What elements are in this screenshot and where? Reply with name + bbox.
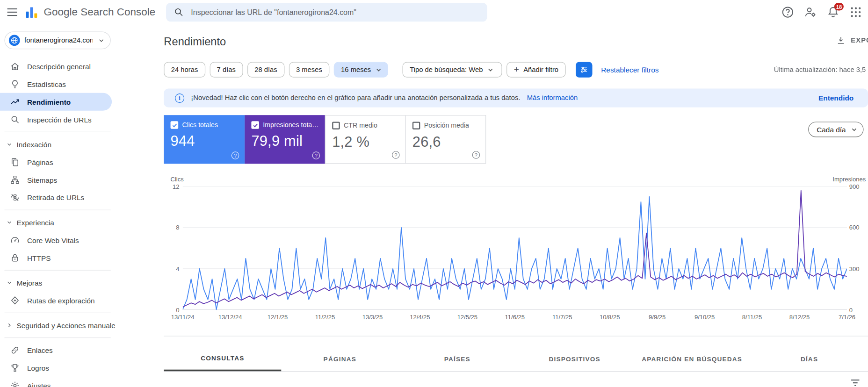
- date-chip-28d[interactable]: 28 días: [247, 62, 284, 78]
- metric-card-clics[interactable]: Clics totales 944 ?: [164, 115, 245, 164]
- sitemap-icon: [10, 175, 20, 185]
- property-selector[interactable]: fontanerogirona24.com: [4, 31, 110, 49]
- date-chip-16m[interactable]: 16 meses: [334, 62, 388, 78]
- sidebar-item-https[interactable]: HTTPS: [0, 249, 115, 267]
- metric-value: 79,9 mil: [251, 133, 318, 150]
- checkbox-empty-icon[interactable]: [412, 122, 420, 129]
- chevron-right-icon: [6, 322, 13, 329]
- x-axis-labels: 13/11/2413/12/2412/1/2511/2/2513/3/2512/…: [183, 314, 847, 322]
- metrics-row: Clics totales 944 ? Impresiones totales …: [164, 115, 868, 164]
- chevron-down-icon: [486, 65, 495, 74]
- topbar-icons: 18: [781, 0, 862, 24]
- checkbox-empty-icon[interactable]: [332, 122, 340, 129]
- date-chip-24h[interactable]: 24 horas: [164, 62, 205, 78]
- metric-card-impresiones[interactable]: Impresiones totales 79,9 mil ?: [245, 115, 326, 164]
- help-icon[interactable]: [781, 6, 794, 19]
- menu-icon[interactable]: [1, 1, 23, 23]
- plus-icon: +: [514, 65, 519, 74]
- performance-chart: Clics Impresiones 04812 0300600900 13/11…: [164, 176, 868, 322]
- notification-badge: 18: [834, 3, 844, 11]
- metric-card-posicion[interactable]: Posición media 26,6 ?: [405, 115, 486, 164]
- chevron-down-icon: [6, 141, 13, 148]
- y-axis-left-ticks: 04812: [165, 186, 180, 310]
- left-axis-title: Clics: [171, 176, 184, 184]
- metric-card-ctr[interactable]: CTR medio 1,2 % ?: [325, 115, 406, 164]
- url-inspection-searchbar[interactable]: [166, 3, 487, 22]
- sidebar-item-sitemaps[interactable]: Sitemaps: [0, 171, 115, 189]
- app-title: Google Search Console: [44, 6, 156, 18]
- divider: [4, 337, 110, 338]
- sidebar-item-estadisticas[interactable]: Estadísticas: [0, 75, 115, 93]
- checkbox-checked-icon[interactable]: [171, 121, 179, 129]
- download-icon: [836, 36, 846, 45]
- search-console-app: Google Search Console 18: [0, 0, 868, 387]
- lightbulb-icon: [10, 79, 20, 89]
- sidebar-section-mejoras[interactable]: Mejoras: [0, 274, 115, 292]
- help-icon[interactable]: ?: [392, 151, 400, 159]
- metric-value: 1,2 %: [332, 133, 398, 150]
- sidebar-item-logros[interactable]: Logros: [0, 359, 115, 377]
- search-input[interactable]: [190, 7, 479, 17]
- diamond-route-icon: [10, 295, 20, 305]
- help-icon[interactable]: ?: [312, 151, 320, 159]
- help-icon[interactable]: ?: [231, 151, 239, 159]
- topbar: Google Search Console 18: [0, 0, 868, 24]
- chart-svg: [183, 186, 847, 310]
- filter-list-icon[interactable]: [849, 377, 861, 387]
- sidebar-item-inspeccion-urls[interactable]: Inspección de URLs: [0, 111, 115, 129]
- apps-grid-icon[interactable]: [849, 6, 862, 19]
- divider: [4, 132, 110, 132]
- chevron-down-icon: [374, 65, 383, 74]
- search-type-chip[interactable]: Tipo de búsqueda: Web: [403, 62, 502, 78]
- add-filter-chip[interactable]: + Añadir filtro: [506, 62, 565, 78]
- tab-dispositivos[interactable]: DISPOSITIVOS: [516, 346, 633, 371]
- sidebar-section-experiencia[interactable]: Experiencia: [0, 214, 115, 231]
- sidebar-section-seguridad[interactable]: Seguridad y Acciones manuales: [0, 316, 115, 334]
- dismiss-button[interactable]: Entendido: [815, 93, 857, 102]
- page-title: Rendimiento: [164, 24, 868, 48]
- sidebar-nav: Descripción general Estadísticas Rendimi…: [0, 57, 115, 387]
- metric-value: 26,6: [412, 133, 479, 150]
- tab-aparicion-busquedas[interactable]: APARICIÓN EN BÚSQUEDAS: [633, 346, 751, 371]
- tab-paises[interactable]: PAÍSES: [398, 346, 516, 371]
- tab-dias[interactable]: DÍAS: [751, 346, 868, 371]
- sidebar-item-rutas-exploracion[interactable]: Rutas de exploración: [0, 292, 115, 309]
- sidebar-item-paginas[interactable]: Páginas: [0, 153, 115, 171]
- date-chip-3m[interactable]: 3 meses: [289, 62, 330, 78]
- sidebar-item-retirada-urls[interactable]: Retirada de URLs: [0, 189, 115, 207]
- chevron-down-icon: [850, 125, 859, 134]
- export-button[interactable]: EXPORTAR: [832, 35, 868, 46]
- sidebar-section-indexacion[interactable]: Indexación: [0, 136, 115, 153]
- trending-icon: [10, 97, 20, 107]
- tab-consultas[interactable]: CONSULTAS: [164, 346, 281, 371]
- help-icon[interactable]: ?: [472, 151, 480, 159]
- metric-value: 944: [171, 133, 238, 150]
- eye-off-icon: [10, 193, 20, 202]
- trophy-icon: [10, 363, 20, 373]
- more-info-link[interactable]: Más información: [527, 94, 578, 102]
- novelty-banner: i ¡Novedad! Haz clic con el botón derech…: [164, 88, 868, 107]
- granularity-selector[interactable]: Cada día: [808, 122, 863, 137]
- sidebar-item-core-web-vitals[interactable]: Core Web Vitals: [0, 231, 115, 249]
- tune-filters-button[interactable]: [576, 62, 593, 78]
- sidebar-item-enlaces[interactable]: Enlaces: [0, 341, 115, 359]
- notifications-bell-icon[interactable]: 18: [826, 6, 839, 19]
- search-console-logo: Google Search Console: [24, 5, 155, 20]
- divider: [4, 270, 110, 271]
- reset-filters-link[interactable]: Restablecer filtros: [601, 65, 658, 74]
- user-settings-icon[interactable]: [804, 6, 817, 19]
- sidebar-item-rendimiento[interactable]: Rendimiento: [0, 93, 112, 111]
- sidebar-item-ajustes[interactable]: Ajustes: [0, 377, 115, 387]
- divider: [4, 313, 110, 313]
- filters-row: 24 horas 7 días 28 días 3 meses 16 meses…: [164, 62, 868, 78]
- divider: [4, 210, 110, 210]
- date-chip-7d[interactable]: 7 días: [210, 62, 243, 78]
- tab-paginas[interactable]: PÁGINAS: [281, 346, 398, 371]
- tune-icon: [579, 65, 588, 74]
- y-axis-right-ticks: 0300600900: [849, 186, 867, 310]
- chart-plot-area[interactable]: 04812 0300600900: [183, 186, 847, 310]
- info-icon: i: [175, 93, 184, 102]
- search-icon: [174, 7, 184, 17]
- checkbox-checked-icon[interactable]: [251, 121, 259, 129]
- sidebar-item-descripcion-general[interactable]: Descripción general: [0, 57, 115, 75]
